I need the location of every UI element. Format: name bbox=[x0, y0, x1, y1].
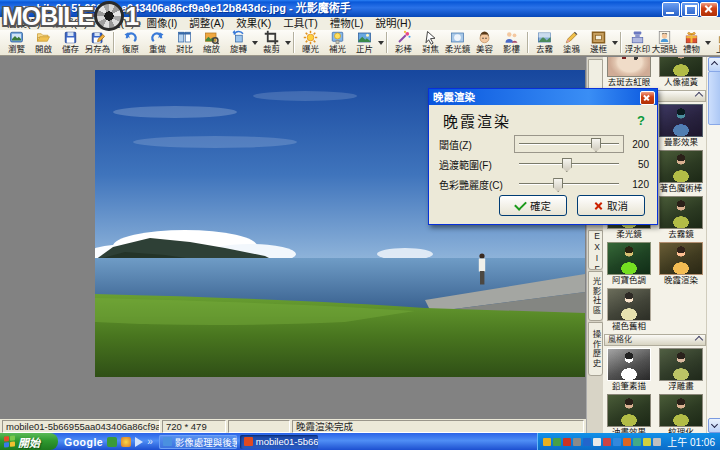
open-button[interactable]: 開啟 bbox=[30, 30, 57, 55]
side-tab-1[interactable]: EXIF bbox=[588, 230, 603, 270]
compare-icon bbox=[176, 30, 194, 45]
toolbar-button-label: 美容 bbox=[476, 45, 493, 54]
windows-logo-icon bbox=[4, 435, 15, 447]
google-search-button[interactable]: Google bbox=[64, 436, 103, 448]
redo-button[interactable]: 重做 bbox=[144, 30, 171, 55]
upload-button[interactable]: 上傳 bbox=[711, 30, 720, 55]
wand-button[interactable]: 彩棒 bbox=[390, 30, 417, 55]
menu-item-5[interactable]: 效果(K) bbox=[230, 17, 277, 30]
effect-thumb[interactable]: 人像褪黃 bbox=[655, 57, 707, 89]
tray-icon-4[interactable] bbox=[583, 438, 591, 446]
effect-thumb[interactable]: 晚霞渲染 bbox=[655, 241, 707, 287]
menu-item-4[interactable]: 調整(A) bbox=[183, 17, 230, 30]
scrollbar-thumb[interactable] bbox=[708, 71, 720, 125]
effect-thumb[interactable]: 去霧鏡 bbox=[655, 195, 707, 241]
slide-button[interactable]: 正片 bbox=[351, 30, 378, 55]
beauty-button[interactable]: 美容 bbox=[471, 30, 498, 55]
menu-item-6[interactable]: 工具(T) bbox=[277, 17, 323, 30]
slider-thumb-0[interactable] bbox=[591, 138, 601, 152]
filllight-button[interactable]: 補光 bbox=[324, 30, 351, 55]
tray-icon-7[interactable] bbox=[613, 438, 621, 446]
tray-icon-5[interactable] bbox=[593, 438, 601, 446]
tray-icon-10[interactable] bbox=[643, 438, 651, 446]
slide-dropdown-arrow[interactable] bbox=[378, 30, 384, 55]
x-icon bbox=[594, 201, 603, 210]
tray-icon-11[interactable] bbox=[653, 438, 661, 446]
sticker-button[interactable]: 大頭貼 bbox=[651, 30, 678, 55]
quick-launch-icon[interactable] bbox=[107, 437, 117, 447]
maximize-button[interactable] bbox=[681, 2, 699, 17]
media-player-icon[interactable] bbox=[135, 437, 143, 447]
effect-section-header[interactable]: 風格化 bbox=[604, 334, 706, 346]
scroll-up-button[interactable] bbox=[708, 57, 720, 72]
slider-thumb-1[interactable] bbox=[562, 158, 572, 172]
tray-icon-2[interactable] bbox=[563, 438, 571, 446]
effect-thumb-image bbox=[659, 196, 703, 229]
undo-button[interactable]: 復原 bbox=[117, 30, 144, 55]
crop-dropdown-arrow[interactable] bbox=[285, 30, 291, 55]
softlens-button[interactable]: 柔光鏡 bbox=[444, 30, 471, 55]
zoom-button[interactable]: 縮放 bbox=[198, 30, 225, 55]
effect-thumb[interactable]: 紋理化 bbox=[655, 393, 707, 433]
slider-thumb-2[interactable] bbox=[553, 178, 563, 192]
tray-icon-8[interactable] bbox=[623, 438, 631, 446]
effect-thumb-label: 疊影效果 bbox=[655, 137, 707, 147]
effect-thumb[interactable]: 著色魔術棒 bbox=[655, 149, 707, 195]
toolbar-button-label: 對比 bbox=[176, 45, 193, 54]
rotate-button[interactable]: 旋轉 bbox=[225, 30, 252, 55]
cancel-button[interactable]: 取消 bbox=[577, 195, 645, 216]
tray-icon-3[interactable] bbox=[573, 438, 581, 446]
browse-icon bbox=[8, 30, 26, 45]
saveas-button[interactable]: 另存為 bbox=[84, 30, 111, 55]
start-button[interactable]: 開始 bbox=[0, 433, 58, 450]
side-tab-3[interactable]: 操作歷史 bbox=[588, 322, 603, 376]
menu-item-7[interactable]: 禮物(L) bbox=[324, 17, 370, 30]
ok-button[interactable]: 確定 bbox=[499, 195, 567, 216]
effect-thumb[interactable]: 褪色舊相 bbox=[603, 287, 655, 333]
quick-launch-overflow-chevron[interactable]: » bbox=[147, 436, 153, 447]
studio-button[interactable]: 影樓 bbox=[498, 30, 525, 55]
scroll-down-button[interactable] bbox=[708, 418, 720, 433]
minimize-button[interactable] bbox=[662, 2, 680, 17]
help-icon[interactable]: ? bbox=[637, 113, 645, 128]
tray-icon-9[interactable] bbox=[633, 438, 641, 446]
menu-item-3[interactable]: 圖像(I) bbox=[140, 17, 183, 30]
slider-track-0[interactable] bbox=[515, 136, 623, 152]
tray-icon-0[interactable] bbox=[543, 438, 551, 446]
toolbar-button-label: 瀏覽 bbox=[8, 45, 25, 54]
crop-icon bbox=[263, 30, 281, 45]
compare-button[interactable]: 對比 bbox=[171, 30, 198, 55]
effect-thumb[interactable]: 疊影效果 bbox=[655, 103, 707, 149]
gift-button[interactable]: 禮物 bbox=[678, 30, 705, 55]
task-button-1[interactable]: mobile01-5b66955aa9... bbox=[240, 435, 318, 449]
effect-thumb[interactable]: 浮雕畫 bbox=[655, 347, 707, 393]
slider-track-1[interactable] bbox=[515, 156, 623, 172]
tray-icon-6[interactable] bbox=[603, 438, 611, 446]
close-button[interactable] bbox=[700, 2, 718, 17]
effect-thumb[interactable]: 鉛筆素描 bbox=[603, 347, 655, 393]
effect-thumb[interactable]: 去斑去紅眼 bbox=[603, 57, 655, 89]
effect-thumb[interactable]: 阿寶色調 bbox=[603, 241, 655, 287]
focus-button[interactable]: 對焦 bbox=[417, 30, 444, 55]
defog-button[interactable]: 去霧 bbox=[531, 30, 558, 55]
dialog-title-bar[interactable]: 晚霞渲染 bbox=[429, 89, 657, 105]
watermark-button[interactable]: 浮水印 bbox=[624, 30, 651, 55]
messenger-icon[interactable] bbox=[121, 437, 131, 447]
slider-line bbox=[519, 183, 619, 185]
frame-dropdown-arrow[interactable] bbox=[612, 30, 618, 55]
tray-icon-1[interactable] bbox=[553, 438, 561, 446]
frame-button[interactable]: 邊框 bbox=[585, 30, 612, 55]
task-button-0[interactable]: 影像處理與後製 - 討... bbox=[159, 435, 237, 449]
toolbar-button-label: 儲存 bbox=[62, 45, 79, 54]
side-tab-2[interactable]: 光影社區 bbox=[588, 271, 603, 321]
panel-scrollbar[interactable] bbox=[706, 57, 720, 433]
doodle-button[interactable]: 塗鴉 bbox=[558, 30, 585, 55]
crop-button[interactable]: 裁剪 bbox=[258, 30, 285, 55]
exposure-button[interactable]: 曝光 bbox=[297, 30, 324, 55]
menu-item-8[interactable]: 說明(H) bbox=[370, 17, 418, 30]
effect-thumb[interactable]: 油畫效果 bbox=[603, 393, 655, 433]
save-button[interactable]: 儲存 bbox=[57, 30, 84, 55]
slider-track-2[interactable] bbox=[515, 176, 623, 192]
dialog-close-button[interactable] bbox=[640, 91, 655, 105]
browse-button[interactable]: 瀏覽 bbox=[3, 30, 30, 55]
